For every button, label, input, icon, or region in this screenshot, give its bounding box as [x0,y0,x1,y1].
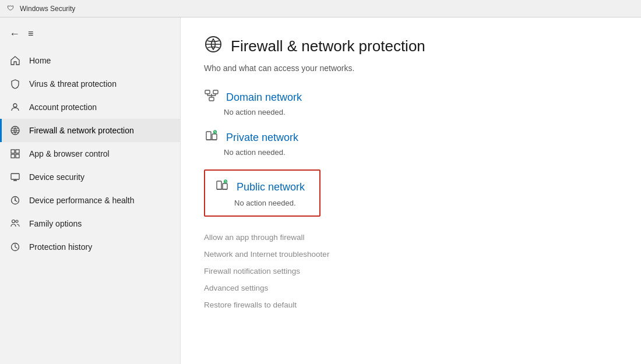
domain-network-title[interactable]: Domain network [226,91,302,104]
svg-point-10 [16,220,18,222]
domain-network-card: Domain network No action needed. [204,89,618,116]
sidebar-item-device-security-label: Device security [29,172,84,182]
title-bar: 🛡 Windows Security [0,0,641,17]
page-header: Firewall & network protection [204,35,618,58]
private-network-card: Private network No action needed. [204,129,618,157]
public-network-card[interactable]: Public network No action needed. [204,169,320,217]
svg-rect-2 [11,150,15,153]
sidebar-item-app-browser[interactable]: App & browser control [0,142,180,165]
family-icon [9,218,21,229]
private-network-status: No action needed. [204,148,618,157]
svg-rect-20 [223,183,227,189]
sidebar-item-family-label: Family options [29,219,82,228]
device-performance-icon [9,195,21,206]
sidebar-item-app-browser-label: App & browser control [29,149,110,158]
public-network-icon [214,179,230,195]
svg-rect-3 [16,150,19,153]
svg-rect-4 [11,154,15,158]
svg-rect-16 [206,132,211,140]
svg-rect-14 [213,90,218,94]
sidebar-item-account[interactable]: Account protection [0,96,180,119]
account-icon [9,101,21,113]
sidebar-item-protection-history[interactable]: Protection history [0,235,180,259]
device-security-icon [9,171,21,183]
sidebar-item-protection-history-label: Protection history [29,242,92,252]
svg-rect-17 [212,134,217,140]
app-body: ← ≡ Home Virus & threat pro [0,17,641,364]
shield-icon [9,78,21,90]
public-network-status: No action needed. [214,199,310,207]
page-header-icon [204,35,223,58]
sidebar-item-account-label: Account protection [29,103,97,112]
sidebar-item-device-performance-label: Device performance & health [29,196,135,205]
home-icon [9,55,21,66]
sidebar-item-device-performance[interactable]: Device performance & health [0,189,180,212]
protection-history-icon [9,241,21,253]
sidebar-item-virus-threat[interactable]: Virus & threat protection [0,72,180,96]
svg-rect-15 [209,97,214,101]
sidebar-item-virus-label: Virus & threat protection [29,79,117,89]
allow-app-link[interactable]: Allow an app through firewall [204,233,618,242]
private-network-title[interactable]: Private network [226,132,298,144]
public-network-title[interactable]: Public network [237,181,305,193]
page-subtitle: Who and what can access your networks. [204,63,618,73]
domain-network-header: Domain network [204,89,618,105]
svg-point-8 [15,200,16,201]
restore-defaults-link[interactable]: Restore firewalls to default [204,301,618,309]
public-network-header: Public network [214,179,310,195]
page-title: Firewall & network protection [231,37,425,55]
links-section: Allow an app through firewall Network an… [204,229,618,309]
troubleshooter-link[interactable]: Network and Internet troubleshooter [204,250,618,259]
private-network-icon [204,129,219,146]
sidebar-item-home-label: Home [29,56,51,65]
private-network-header: Private network [204,129,618,146]
sidebar-nav: Home Virus & threat protection [0,47,180,364]
svg-rect-5 [16,154,19,158]
sidebar-item-firewall[interactable]: Firewall & network protection [0,119,180,142]
hamburger-button[interactable]: ≡ [28,29,33,38]
sidebar: ← ≡ Home Virus & threat pro [0,17,181,364]
sidebar-item-home[interactable]: Home [0,49,180,72]
notification-settings-link[interactable]: Firewall notification settings [204,267,618,275]
sidebar-top: ← ≡ [0,17,180,47]
svg-rect-19 [217,181,221,189]
domain-network-status: No action needed. [204,108,618,116]
sidebar-item-firewall-label: Firewall & network protection [29,126,134,135]
app-browser-icon [9,148,21,160]
firewall-icon [9,125,21,136]
main-content: Firewall & network protection Who and wh… [181,17,641,364]
advanced-settings-link[interactable]: Advanced settings [204,284,618,292]
sidebar-item-device-security[interactable]: Device security [0,165,180,189]
app-title: Windows Security [20,5,75,13]
svg-rect-13 [205,90,210,94]
domain-network-icon [204,89,219,105]
sidebar-item-family[interactable]: Family options [0,212,180,235]
svg-point-0 [13,104,17,107]
app-icon: 🛡 [7,4,16,13]
back-button[interactable]: ← [9,29,20,39]
svg-rect-6 [11,174,19,179]
svg-point-9 [12,220,15,223]
